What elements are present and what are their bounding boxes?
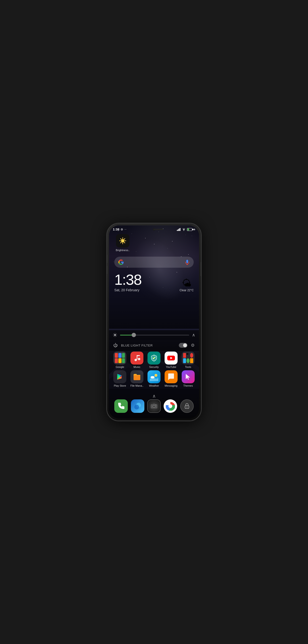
filemanager-icon[interactable]	[130, 370, 143, 383]
svg-point-23	[134, 359, 137, 361]
svg-point-24	[138, 358, 140, 360]
dock-lock[interactable]	[180, 400, 194, 413]
power-button[interactable]	[201, 262, 201, 276]
signal-icon	[177, 228, 181, 231]
clock-left: 1:38 Sat, 20 February	[114, 272, 141, 292]
search-bar[interactable]	[114, 257, 194, 268]
messaging-svg	[167, 373, 175, 381]
dock-camera[interactable]	[147, 400, 161, 413]
app-grid: Google Music	[109, 352, 199, 389]
brightness-slider-thumb[interactable]	[132, 333, 136, 337]
lock-icon	[184, 403, 190, 410]
weather-widget[interactable]: 🌤 Clear 22°C	[180, 278, 194, 292]
app-tools[interactable]: Tools	[181, 352, 196, 368]
svg-line-21	[116, 334, 117, 334]
volume-down-button[interactable]	[107, 266, 107, 274]
settings-indicator: ⚙	[120, 228, 123, 231]
app-filemanager-label: File Mana..	[130, 384, 143, 387]
svg-rect-2	[179, 228, 180, 231]
svg-rect-26	[137, 355, 140, 356]
app-security-label: Security	[149, 366, 159, 368]
dots-indicator: ···	[124, 228, 126, 231]
svg-point-38	[153, 406, 155, 407]
svg-rect-1	[178, 229, 179, 231]
toggle-thumb	[183, 344, 187, 347]
dock-gallery[interactable]	[131, 400, 144, 413]
music-icon[interactable]	[130, 352, 143, 364]
svg-line-10	[120, 238, 121, 239]
tools-icon[interactable]	[182, 352, 195, 364]
collapse-chevron[interactable]: ∧	[192, 332, 195, 338]
music-svg	[133, 354, 141, 362]
speaker-slot	[153, 229, 163, 230]
security-icon[interactable]	[147, 352, 161, 364]
app-playstore[interactable]: Play Store	[112, 370, 127, 387]
phone-shell: 1:38 ⚙ ···	[107, 224, 201, 420]
volume-up-button[interactable]	[107, 255, 107, 263]
svg-rect-29	[133, 375, 140, 380]
app-playstore-label: Play Store	[114, 384, 126, 387]
svg-point-42	[169, 404, 172, 408]
app-themes-label: Themes	[183, 384, 193, 387]
dock-phone[interactable]	[114, 400, 128, 413]
app-messaging[interactable]: Messaging	[163, 370, 179, 387]
status-icons: 48	[177, 228, 195, 231]
app-tools-label: Tools	[185, 366, 191, 368]
svg-line-11	[124, 242, 125, 243]
playstore-icon[interactable]	[113, 370, 126, 383]
screen: 1:38 ⚙ ···	[109, 226, 199, 418]
svg-point-39	[155, 405, 156, 406]
app-google[interactable]: Google	[112, 352, 127, 368]
weather-app-icon[interactable]	[147, 370, 161, 383]
chrome-icon	[166, 402, 175, 411]
weather-info: Clear 22°C	[180, 288, 194, 292]
app-security[interactable]: Security	[146, 352, 162, 368]
blue-light-toggle[interactable]	[179, 343, 188, 348]
weather-app-svg	[150, 372, 158, 381]
svg-point-5	[121, 239, 124, 242]
blue-light-row[interactable]: ⏻ BLUE LIGHT FILTER ⚙	[109, 340, 199, 351]
gallery-icon	[134, 402, 141, 410]
svg-line-12	[124, 238, 125, 239]
brightness-slider-row[interactable]: ∧	[109, 330, 199, 340]
filemanager-svg	[132, 372, 141, 381]
app-music[interactable]: Music	[129, 352, 145, 368]
settings-gear-icon[interactable]: ⚙	[191, 343, 195, 348]
mic-icon	[185, 260, 190, 265]
app-google-label: Google	[116, 366, 124, 368]
power-icon[interactable]: ⏻	[113, 343, 118, 348]
app-weather[interactable]: Weather	[146, 370, 162, 387]
brightness-app-icon[interactable]	[116, 234, 129, 248]
app-themes[interactable]: Themes	[181, 370, 196, 387]
playstore-svg	[115, 372, 124, 381]
brightness-app[interactable]: Brightness..	[116, 234, 130, 252]
svg-point-32	[151, 376, 152, 378]
themes-svg	[184, 373, 192, 381]
app-filemanager[interactable]: File Mana..	[129, 370, 145, 387]
brightness-slider[interactable]	[120, 335, 189, 336]
wifi-icon	[182, 228, 186, 231]
svg-point-30	[155, 374, 157, 377]
svg-point-33	[152, 376, 155, 378]
weather-icon: 🌤	[182, 278, 192, 288]
themes-icon[interactable]	[182, 370, 195, 383]
svg-rect-3	[180, 228, 181, 231]
camera-icon	[150, 402, 158, 410]
clock-date: Sat, 20 February	[114, 288, 141, 292]
clock-widget: 1:38 Sat, 20 February 🌤 Clear 22°C	[114, 272, 194, 292]
status-time: 1:38	[113, 228, 119, 231]
messaging-icon[interactable]	[165, 370, 178, 383]
weather-temp: 22°C	[187, 288, 194, 292]
weather-condition: Clear	[180, 288, 187, 292]
svg-line-19	[114, 334, 114, 334]
app-music-label: Music	[133, 366, 140, 368]
svg-rect-0	[177, 230, 178, 231]
dock-chrome[interactable]	[164, 400, 177, 413]
youtube-icon[interactable]	[165, 352, 178, 364]
svg-point-14	[114, 334, 116, 336]
app-youtube[interactable]: YouTube	[163, 352, 179, 368]
google-folder-icon[interactable]	[113, 352, 126, 364]
app-youtube-label: YouTube	[166, 366, 176, 368]
brightness-svg-icon	[119, 237, 126, 244]
google-logo	[118, 259, 124, 265]
